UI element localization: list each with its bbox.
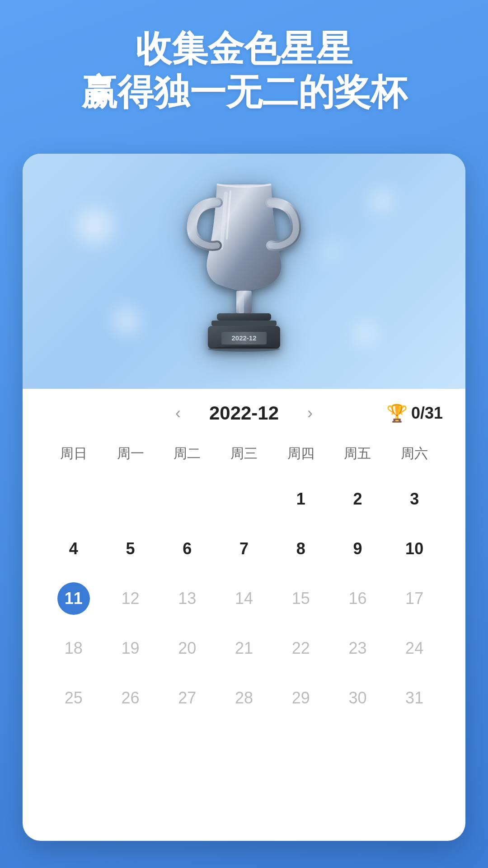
day-cell[interactable]: 31 bbox=[386, 673, 443, 723]
day-cell[interactable]: 20 bbox=[159, 623, 216, 673]
day-cell[interactable]: 5 bbox=[102, 524, 159, 574]
day-cell bbox=[45, 474, 102, 524]
month-label: 2022-12 bbox=[194, 402, 294, 424]
day-cell[interactable]: 18 bbox=[45, 623, 102, 673]
day-number[interactable]: 18 bbox=[57, 632, 90, 665]
orb1 bbox=[77, 208, 113, 244]
day-cell[interactable]: 11 bbox=[45, 574, 102, 623]
trophy-counter-icon: 🏆 bbox=[386, 403, 408, 423]
day-number[interactable]: 26 bbox=[114, 682, 147, 714]
day-cell[interactable]: 6 bbox=[159, 524, 216, 574]
day-cell[interactable]: 4 bbox=[45, 524, 102, 574]
prev-month-button[interactable]: ‹ bbox=[162, 404, 194, 423]
day-number[interactable]: 1 bbox=[285, 483, 317, 515]
day-number[interactable]: 14 bbox=[228, 582, 260, 615]
svg-rect-1 bbox=[239, 291, 244, 313]
orb3 bbox=[113, 307, 140, 335]
counter-value: 0/31 bbox=[411, 404, 443, 423]
day-cell[interactable]: 27 bbox=[159, 673, 216, 723]
day-cell[interactable]: 9 bbox=[329, 524, 386, 574]
day-number[interactable]: 28 bbox=[228, 682, 260, 714]
day-cell[interactable]: 2 bbox=[329, 474, 386, 524]
day-cell[interactable]: 17 bbox=[386, 574, 443, 623]
day-cell[interactable]: 22 bbox=[272, 623, 329, 673]
header-section: 收集金色星星 赢得独一无二的奖杯 bbox=[0, 27, 488, 114]
day-number[interactable]: 21 bbox=[228, 632, 260, 665]
day-number[interactable]: 20 bbox=[171, 632, 203, 665]
day-number bbox=[228, 483, 260, 515]
day-number[interactable]: 23 bbox=[341, 632, 374, 665]
day-number[interactable]: 27 bbox=[171, 682, 203, 714]
day-cell[interactable]: 1 bbox=[272, 474, 329, 524]
day-number[interactable]: 16 bbox=[341, 582, 374, 615]
day-cell[interactable]: 26 bbox=[102, 673, 159, 723]
day-cell[interactable]: 13 bbox=[159, 574, 216, 623]
day-cell[interactable]: 7 bbox=[216, 524, 272, 574]
day-number[interactable]: 4 bbox=[57, 533, 90, 565]
day-number[interactable]: 12 bbox=[114, 582, 147, 615]
day-number[interactable]: 13 bbox=[171, 582, 203, 615]
weekday-label: 周日 bbox=[45, 438, 102, 470]
day-cell[interactable]: 28 bbox=[216, 673, 272, 723]
month-nav: ‹ 2022-12 › 🏆 0/31 bbox=[45, 402, 443, 424]
day-cell[interactable]: 15 bbox=[272, 574, 329, 623]
weekday-headers: 周日周一周二周三周四周五周六 bbox=[45, 438, 443, 470]
day-number[interactable]: 7 bbox=[228, 533, 260, 565]
day-number[interactable]: 31 bbox=[398, 682, 431, 714]
day-number[interactable]: 15 bbox=[285, 582, 317, 615]
day-cell[interactable]: 16 bbox=[329, 574, 386, 623]
day-number[interactable]: 3 bbox=[398, 483, 431, 515]
day-number[interactable]: 22 bbox=[285, 632, 317, 665]
svg-point-7 bbox=[208, 346, 280, 352]
day-cell bbox=[216, 474, 272, 524]
day-cell[interactable]: 10 bbox=[386, 524, 443, 574]
orb5 bbox=[323, 244, 339, 260]
day-number[interactable]: 8 bbox=[285, 533, 317, 565]
day-cell[interactable]: 3 bbox=[386, 474, 443, 524]
day-cell[interactable]: 21 bbox=[216, 623, 272, 673]
day-number[interactable]: 11 bbox=[57, 582, 90, 615]
day-number[interactable]: 2 bbox=[341, 483, 374, 515]
main-card: 2022-12 ‹ 2022-12 › 🏆 0/31 周日周一周二周三周四周五周… bbox=[23, 154, 465, 841]
day-cell bbox=[159, 474, 216, 524]
weekday-label: 周五 bbox=[329, 438, 386, 470]
day-cell[interactable]: 19 bbox=[102, 623, 159, 673]
day-cell[interactable]: 24 bbox=[386, 623, 443, 673]
day-number[interactable]: 6 bbox=[171, 533, 203, 565]
trophy-icon: 2022-12 bbox=[172, 175, 316, 365]
day-cell[interactable]: 25 bbox=[45, 673, 102, 723]
day-number[interactable]: 19 bbox=[114, 632, 147, 665]
trophy-section: 2022-12 bbox=[23, 154, 465, 389]
day-number[interactable]: 10 bbox=[398, 533, 431, 565]
day-number[interactable]: 5 bbox=[114, 533, 147, 565]
calendar-grid: 1234567891011121314151617181920212223242… bbox=[45, 474, 443, 723]
trophy-container: 2022-12 bbox=[172, 175, 316, 367]
next-month-button[interactable]: › bbox=[294, 404, 326, 423]
day-cell[interactable]: 29 bbox=[272, 673, 329, 723]
weekday-label: 周三 bbox=[216, 438, 272, 470]
day-cell[interactable]: 30 bbox=[329, 673, 386, 723]
calendar-section: ‹ 2022-12 › 🏆 0/31 周日周一周二周三周四周五周六 123456… bbox=[23, 389, 465, 741]
svg-text:2022-12: 2022-12 bbox=[231, 334, 256, 342]
svg-rect-3 bbox=[211, 321, 277, 326]
header-line1: 收集金色星星 bbox=[0, 27, 488, 71]
orb2 bbox=[371, 190, 393, 212]
day-cell bbox=[102, 474, 159, 524]
svg-rect-2 bbox=[217, 313, 271, 321]
weekday-label: 周六 bbox=[386, 438, 443, 470]
day-cell[interactable]: 12 bbox=[102, 574, 159, 623]
day-number[interactable]: 9 bbox=[341, 533, 374, 565]
day-number[interactable]: 30 bbox=[341, 682, 374, 714]
orb4 bbox=[355, 323, 375, 344]
day-number[interactable]: 29 bbox=[285, 682, 317, 714]
weekday-label: 周二 bbox=[159, 438, 216, 470]
day-number bbox=[57, 483, 90, 515]
day-cell[interactable]: 14 bbox=[216, 574, 272, 623]
trophy-counter: 🏆 0/31 bbox=[386, 403, 443, 423]
day-number[interactable]: 24 bbox=[398, 632, 431, 665]
day-cell[interactable]: 23 bbox=[329, 623, 386, 673]
weekday-label: 周一 bbox=[102, 438, 159, 470]
day-cell[interactable]: 8 bbox=[272, 524, 329, 574]
day-number[interactable]: 25 bbox=[57, 682, 90, 714]
day-number[interactable]: 17 bbox=[398, 582, 431, 615]
